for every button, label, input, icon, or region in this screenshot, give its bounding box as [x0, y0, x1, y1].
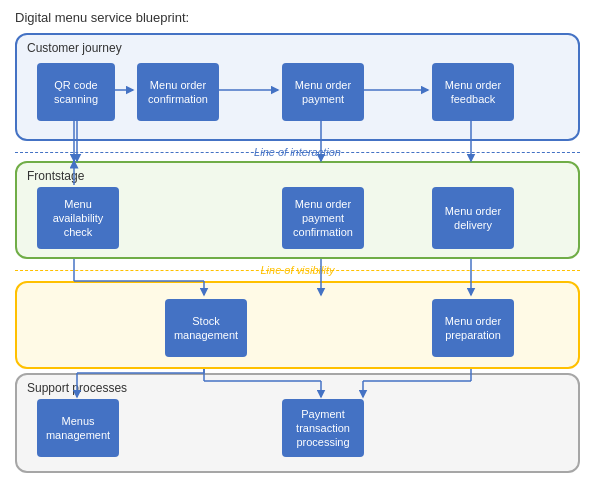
order-delivery-box: Menu orderdelivery [432, 187, 514, 249]
line-visibility-label: Line of visibility [15, 264, 580, 276]
order-preparation-box: Menu orderpreparation [432, 299, 514, 357]
line-visibility-container: Line of visibility [15, 261, 580, 279]
payment-transaction-box: Paymenttransactionprocessing [282, 399, 364, 457]
frontstage-label: Frontstage [27, 169, 84, 183]
main-container: Digital menu service blueprint: Customer… [0, 0, 600, 502]
swimlane-customer: Customer journey QR codescanning Menu or… [15, 33, 580, 141]
qr-code-box: QR codescanning [37, 63, 115, 121]
customer-journey-label: Customer journey [27, 41, 122, 55]
diagram-wrapper: Customer journey QR codescanning Menu or… [15, 33, 585, 502]
support-label: Support processes [27, 381, 127, 395]
order-feedback-box: Menu orderfeedback [432, 63, 514, 121]
swimlane-frontstage: Frontstage Menuavailabilitycheck Menu or… [15, 161, 580, 259]
line-interaction-container: Line of interaction [15, 143, 580, 161]
page-title: Digital menu service blueprint: [15, 10, 585, 25]
order-confirmation-box: Menu orderconfirmation [137, 63, 219, 121]
order-payment-box: Menu orderpayment [282, 63, 364, 121]
line-interaction-label: Line of interaction [15, 146, 580, 158]
swimlane-backstage: Stockmanagement Menu orderpreparation [15, 281, 580, 369]
menus-management-box: Menusmanagement [37, 399, 119, 457]
payment-confirmation-box: Menu orderpaymentconfirmation [282, 187, 364, 249]
stock-management-box: Stockmanagement [165, 299, 247, 357]
availability-check-box: Menuavailabilitycheck [37, 187, 119, 249]
swimlane-support: Support processes Menusmanagement Paymen… [15, 373, 580, 473]
